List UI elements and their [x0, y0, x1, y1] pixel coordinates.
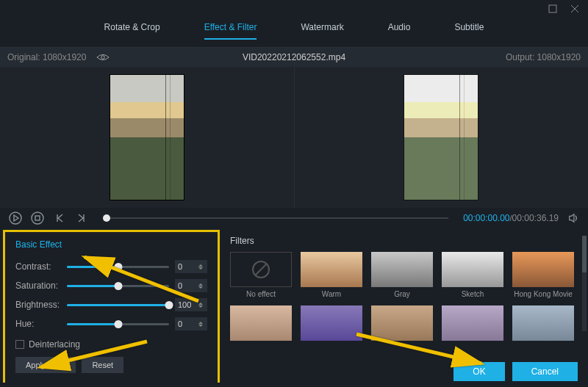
slider-label: Contrast:: [15, 261, 61, 272]
preview-original: [0, 67, 294, 208]
svg-line-6: [255, 264, 267, 275]
filter-f2c[interactable]: [371, 305, 433, 344]
slider-brightness[interactable]: [67, 304, 169, 306]
svg-point-1: [101, 56, 105, 59]
prev-frame-button[interactable]: [53, 211, 66, 225]
svg-point-3: [32, 212, 43, 224]
original-dimensions: Original: 1080x1920: [7, 52, 86, 62]
tab-effect-filter[interactable]: Effect & Filter: [204, 22, 257, 40]
slider-hue[interactable]: [67, 323, 169, 325]
filter-f2d[interactable]: [442, 305, 503, 344]
spinner-contrast[interactable]: 0: [175, 260, 207, 273]
tab-subtitle[interactable]: Subtitle: [454, 22, 484, 40]
next-frame-button[interactable]: [75, 211, 88, 225]
slider-label: Hue:: [15, 319, 61, 329]
filter-f2e[interactable]: [512, 305, 574, 344]
play-button[interactable]: [9, 211, 22, 225]
slider-contrast[interactable]: [67, 266, 169, 268]
stop-button[interactable]: [31, 211, 44, 225]
slider-label: Brightness:: [15, 300, 61, 310]
svg-point-2: [10, 212, 21, 224]
filter-Hong Kong Movie[interactable]: Hong Kong Movie: [512, 252, 574, 298]
eye-icon[interactable]: [96, 53, 110, 62]
basic-effect-panel: Basic Effect Contrast: 0Saturation: 0Bri…: [3, 230, 220, 383]
tab-audio[interactable]: Audio: [388, 22, 411, 40]
timecode: 00:00:00.00/00:00:36.19: [463, 213, 559, 223]
filter-f2b[interactable]: [301, 305, 362, 344]
slider-label: Saturation:: [15, 281, 61, 291]
filters-scrollbar[interactable]: [582, 236, 587, 331]
spinner-hue[interactable]: 0: [175, 317, 207, 330]
preview-output: [294, 67, 589, 208]
ok-button[interactable]: OK: [453, 362, 504, 381]
slider-saturation[interactable]: [67, 285, 169, 287]
tab-watermark[interactable]: Watermark: [301, 22, 343, 40]
filter-Gray[interactable]: Gray: [371, 252, 433, 298]
spinner-saturation[interactable]: 0: [175, 279, 207, 292]
filters-title: Filters: [230, 236, 578, 246]
filter-No effect[interactable]: No effect: [230, 252, 292, 298]
reset-button[interactable]: Reset: [82, 357, 123, 373]
maximize-icon[interactable]: [548, 4, 557, 13]
deinterlacing-checkbox[interactable]: Deinterlacing: [15, 339, 207, 350]
tab-rotate-crop[interactable]: Rotate & Crop: [104, 22, 160, 40]
volume-button[interactable]: [567, 212, 579, 224]
svg-rect-4: [35, 216, 40, 220]
filter-f2a[interactable]: [230, 305, 292, 344]
tab-bar: Rotate & Crop Effect & Filter Watermark …: [0, 18, 588, 48]
filter-Sketch[interactable]: Sketch: [442, 252, 503, 298]
spinner-brightness[interactable]: 100: [175, 298, 207, 311]
timeline-scrubber[interactable]: [103, 217, 448, 219]
svg-rect-0: [549, 5, 556, 12]
output-dimensions: Output: 1080x1920: [506, 52, 588, 62]
filters-panel: Filters No effectWarmGraySketchHong Kong…: [220, 228, 588, 383]
filter-Warm[interactable]: Warm: [301, 252, 362, 298]
apply-to-all-button[interactable]: Apply to All: [15, 357, 76, 373]
cancel-button[interactable]: Cancel: [512, 362, 578, 381]
file-name: VID20220212062552.mp4: [243, 52, 345, 62]
close-icon[interactable]: [570, 4, 579, 13]
basic-effect-title: Basic Effect: [15, 239, 207, 250]
